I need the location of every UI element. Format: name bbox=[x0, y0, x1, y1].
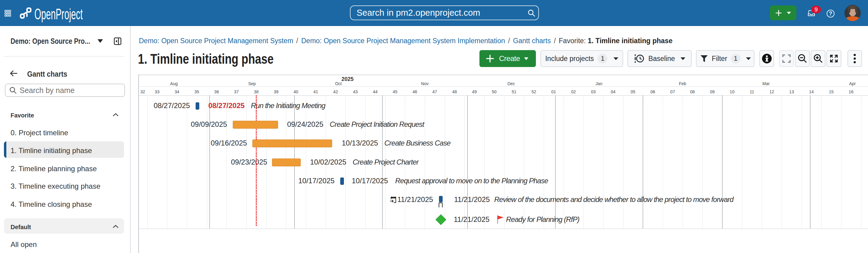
svg-text:OpenProject: OpenProject bbox=[34, 6, 83, 23]
